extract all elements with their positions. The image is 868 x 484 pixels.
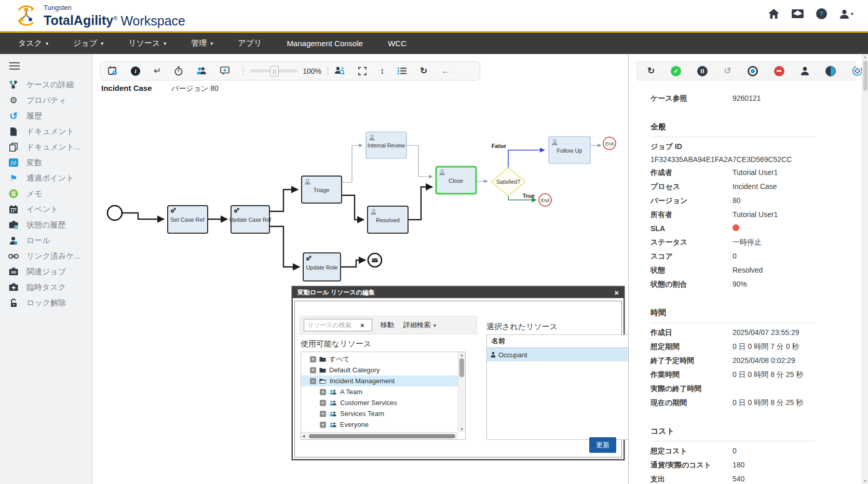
tree-item-a-team[interactable]: + A Team (301, 386, 458, 397)
sidebar-item-documents[interactable]: ドキュメント (0, 124, 92, 139)
node-email-end[interactable] (368, 253, 382, 267)
expand-icon[interactable]: + (310, 356, 316, 362)
node-update-case-ref[interactable]: Update Case Ref (229, 206, 272, 233)
tree-item-incident-management[interactable]: − Incident Management (301, 375, 458, 386)
fit-screen-icon[interactable] (358, 67, 367, 75)
tree-item-everyone[interactable]: + Everyone (301, 419, 458, 430)
scroll-left-icon[interactable]: ◀ (302, 434, 305, 438)
complete-icon[interactable]: ✓ (671, 66, 681, 76)
sidebar-item-associated-jobs[interactable]: 関連ジョブ (0, 264, 92, 279)
tree-item-customer-services[interactable]: + Customer Services (301, 397, 458, 408)
return-icon[interactable]: ↵ (154, 65, 161, 76)
node-start[interactable] (107, 206, 122, 220)
clear-search-icon[interactable]: × (360, 321, 364, 329)
sidebar-item-notes[interactable]: メモ (0, 186, 92, 201)
tree-item-default-category[interactable]: + Default Category (301, 365, 458, 375)
tree-item-services-team[interactable]: + Services Team (301, 408, 458, 419)
expand-icon[interactable]: + (320, 389, 326, 395)
scroll-up-icon[interactable]: ▲ (862, 55, 868, 59)
move-button[interactable]: 移動 (381, 320, 394, 330)
nav-tasks[interactable]: タスク▾ (18, 38, 48, 48)
node-follow-up[interactable]: Follow Up (549, 137, 590, 164)
sidebar-item-roles[interactable]: ロール (0, 233, 92, 248)
expand-icon[interactable]: + (320, 411, 326, 417)
expand-icon[interactable]: + (320, 400, 326, 406)
home-icon[interactable] (768, 9, 779, 19)
refresh-icon[interactable]: ↻ (420, 65, 427, 76)
nav-resources[interactable]: リソース▾ (128, 38, 166, 48)
scroll-up-icon[interactable]: ▲ (458, 353, 465, 357)
retry-icon[interactable]: ↺ (724, 65, 731, 76)
scrollbar-thumb[interactable] (309, 434, 455, 438)
expand-icon[interactable]: + (320, 422, 326, 428)
sidebar-item-variables[interactable]: (x) 変数 (0, 155, 92, 170)
user-menu[interactable]: ▾ (839, 9, 853, 19)
comment-add-icon[interactable] (220, 66, 229, 75)
suspend-icon[interactable] (697, 66, 708, 76)
node-satisfied-decision[interactable]: Satisfied? (491, 168, 525, 196)
node-update-role[interactable]: Update Role (303, 253, 341, 281)
detail-row: 作業時間0 日 0 時間 8 分 25 秒 (650, 370, 816, 380)
zoom-slider[interactable] (250, 70, 297, 72)
page-vertical-scrollbar[interactable]: ▲ ▼ (862, 54, 868, 484)
zoom-slider-handle[interactable] (270, 66, 279, 76)
refresh-icon[interactable]: ↻ (647, 65, 655, 76)
nav-apps[interactable]: アプリ (238, 38, 262, 48)
scrollbar-thumb[interactable] (459, 358, 464, 377)
record-icon[interactable] (748, 66, 758, 76)
selected-resource-row[interactable]: Occupant (487, 348, 629, 361)
update-button[interactable]: 更新 (589, 437, 616, 453)
timer-icon[interactable] (174, 66, 183, 76)
mail-icon[interactable] (792, 9, 804, 18)
owner-icon[interactable] (801, 66, 809, 75)
sidebar-item-milestones[interactable]: ⚑ 通過ポイント (0, 170, 92, 186)
user-caret-icon: ▾ (851, 11, 853, 17)
detail-row: 想定期間0 日 0 時間 7 分 0 秒 (650, 342, 816, 352)
sidebar-item-state-history[interactable]: 状態の履歴 (0, 217, 92, 233)
scroll-down-icon[interactable]: ▼ (862, 479, 868, 483)
sidebar-item-properties[interactable]: ⚙ プロパティ (0, 92, 92, 108)
back-icon[interactable]: ← (441, 65, 450, 76)
nav-jobs[interactable]: ジョブ▾ (73, 38, 103, 48)
tree-horizontal-scrollbar[interactable]: ◀ (301, 432, 458, 439)
nav-admin[interactable]: 管理▾ (191, 38, 213, 48)
menu-toggle-icon[interactable] (9, 62, 20, 70)
advanced-search-button[interactable]: 詳細検索 ▾ (403, 320, 436, 330)
expand-icon[interactable]: + (310, 367, 316, 373)
help-icon[interactable]: ? (816, 8, 827, 19)
sidebar-item-document-sets[interactable]: ドキュメント... (0, 139, 92, 155)
search-input[interactable] (306, 321, 360, 329)
info-icon[interactable]: i (131, 66, 140, 76)
sidebar-item-adhoc-tasks[interactable]: 臨時タスク (0, 279, 92, 295)
sidebar-item-case-details[interactable]: ケースの詳細 (0, 77, 92, 92)
resources-icon[interactable] (196, 67, 207, 75)
activity-list-icon[interactable] (398, 67, 406, 75)
nav-wcc[interactable]: WCC (388, 39, 406, 48)
sidebar-item-linked-cases[interactable]: リンク済みケ... (0, 248, 92, 264)
detail-row: 通貨/実際のコスト180 (650, 461, 816, 470)
node-internal-review[interactable]: Internal Review (366, 132, 406, 158)
node-close[interactable]: Close (436, 167, 476, 194)
node-set-case-ref[interactable]: Set Case Ref (168, 206, 208, 233)
sidebar-item-events[interactable]: イベント (0, 201, 92, 217)
sidebar-item-history[interactable]: ↺ 履歴 (0, 108, 92, 124)
schedule-icon[interactable] (108, 66, 117, 75)
scrollbar-thumb[interactable] (863, 61, 867, 91)
sidebar-item-unlock[interactable]: ロック解除 (0, 295, 92, 311)
collapse-icon[interactable]: − (310, 378, 316, 384)
tree-item-all[interactable]: + すべて (301, 354, 458, 365)
svg-text:End: End (541, 198, 549, 203)
close-icon[interactable]: × (614, 289, 619, 297)
resource-search-icon[interactable] (334, 66, 345, 75)
node-triage[interactable]: Triage (302, 176, 342, 203)
case-details-icon (8, 79, 19, 90)
node-end-top[interactable]: End (603, 137, 616, 150)
scroll-down-icon[interactable]: ▼ (458, 427, 465, 431)
node-resolved[interactable]: Resolved (368, 206, 408, 233)
fit-height-icon[interactable]: ↕ (380, 66, 384, 76)
node-end-bottom[interactable]: End (539, 194, 551, 206)
terminate-icon[interactable] (774, 66, 784, 76)
tree-vertical-scrollbar[interactable]: ▲ ▼ (458, 352, 465, 432)
nav-management-console[interactable]: Management Console (287, 39, 363, 48)
progress-icon[interactable] (825, 66, 836, 76)
